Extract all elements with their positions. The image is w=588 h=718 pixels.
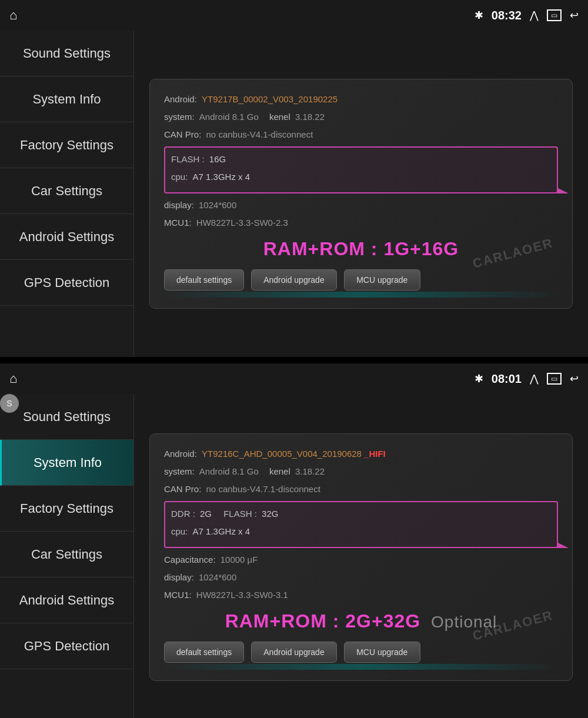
android-upgrade-btn-2[interactable]: Android upgrade xyxy=(251,642,337,663)
android-label-2: Android: xyxy=(164,449,197,459)
highlight-box-2: DDR : 2G FLASH : 32G cpu: A7 1.3GHz x 4 xyxy=(164,501,558,548)
info-card-1: Android: YT9217B_00002_V003_20190225 sys… xyxy=(149,79,573,309)
cpu-row-2: cpu: A7 1.3GHz x 4 xyxy=(171,525,551,539)
screen-body-1: Sound Settings System Info Factory Setti… xyxy=(0,31,588,359)
status-bar-2: ⌂ ✱ 08:01 ⋀ ▭ ↩ xyxy=(0,363,588,394)
system-row-1: system: Android 8.1 Go kenel 3.18.22 xyxy=(164,110,558,124)
btn-row-1: default settings Android upgrade MCU upg… xyxy=(164,269,558,290)
bluetooth-icon-2: ✱ xyxy=(475,372,483,385)
antenna-icon-2: ⋀ xyxy=(530,372,539,385)
android-value-2: YT9216C_AHD_00005_V004_20190628 xyxy=(202,449,362,459)
status-bar-left-2: ⌂ xyxy=(9,371,17,386)
display-row-1: display: 1024*600 xyxy=(164,198,558,212)
status-bar-left-1: ⌂ xyxy=(9,8,17,23)
back-icon-2[interactable]: ↩ xyxy=(570,372,579,385)
home-icon-2[interactable]: ⌂ xyxy=(9,371,17,386)
sidebar-item-system-info-1[interactable]: System Info xyxy=(0,76,133,122)
android-value-1: YT9217B_00002_V003_20190225 xyxy=(202,94,338,104)
bottom-bar-2 xyxy=(164,664,558,670)
android-label-1: Android: xyxy=(164,94,197,104)
default-settings-btn-2[interactable]: default settings xyxy=(164,642,244,663)
sidebar-item-android-settings-2[interactable]: Android Settings xyxy=(0,577,133,623)
mcu-upgrade-btn-2[interactable]: MCU upgrade xyxy=(344,642,420,663)
can-row-1: CAN Pro: no canbus-V4.1-disconnect xyxy=(164,128,558,142)
display-row-2: display: 1024*600 xyxy=(164,570,558,585)
status-bar-1: ⌂ ✱ 08:32 ⋀ ▭ ↩ xyxy=(0,0,588,31)
main-content-2: Android: YT9216C_AHD_00005_V004_20190628… xyxy=(134,394,588,718)
status-bar-right-1: ✱ 08:32 ⋀ ▭ ↩ xyxy=(475,9,579,22)
system-row-2: system: Android 8.1 Go kenel 3.18.22 xyxy=(164,465,558,479)
status-bar-right-2: ✱ 08:01 ⋀ ▭ ↩ xyxy=(475,372,579,386)
status-time-1: 08:32 xyxy=(492,9,522,22)
sidebar-item-car-settings-1[interactable]: Car Settings xyxy=(0,168,133,214)
main-content-1: Android: YT9217B_00002_V003_20190225 sys… xyxy=(134,31,588,357)
back-icon[interactable]: ↩ xyxy=(570,9,579,22)
device-screen-2: ⌂ ✱ 08:01 ⋀ ▭ ↩ S Sound Settings System … xyxy=(0,363,588,718)
sidebar-item-sound-settings-1[interactable]: Sound Settings xyxy=(0,31,133,76)
capacitance-row-2: Capacitance: 10000 μF xyxy=(164,553,558,567)
sidebar-item-car-settings-2[interactable]: Car Settings xyxy=(0,532,133,577)
ddr-flash-row-2: DDR : 2G FLASH : 32G xyxy=(171,507,551,521)
sidebar-item-system-info-2[interactable]: System Info xyxy=(0,440,133,486)
screen-divider xyxy=(0,359,588,363)
bottom-bar-1 xyxy=(164,292,558,298)
btn-row-2: default settings Android upgrade MCU upg… xyxy=(164,642,558,663)
mcu-upgrade-btn-1[interactable]: MCU upgrade xyxy=(344,269,420,290)
cpu-row-1: cpu: A7 1.3GHz x 4 xyxy=(171,170,551,184)
highlight-box-1: FLASH : 16G cpu: A7 1.3GHz x 4 xyxy=(164,146,558,193)
android-row-2: Android: YT9216C_AHD_00005_V004_20190628… xyxy=(164,447,558,461)
screen-body-2: S Sound Settings System Info Factory Set… xyxy=(0,394,588,718)
sound-icon-badge: S xyxy=(0,394,19,413)
sidebar-2: S Sound Settings System Info Factory Set… xyxy=(0,394,134,718)
device-screen-1: ⌂ ✱ 08:32 ⋀ ▭ ↩ Sound Settings System In… xyxy=(0,0,588,359)
sidebar-item-android-settings-1[interactable]: Android Settings xyxy=(0,214,133,260)
mcu-row-1: MCU1: HW8227L-3.3-SW0-2.3 xyxy=(164,216,558,230)
sidebar-item-factory-settings-1[interactable]: Factory Settings xyxy=(0,122,133,168)
sidebar-item-factory-settings-2[interactable]: Factory Settings xyxy=(0,486,133,532)
info-card-2: Android: YT9216C_AHD_00005_V004_20190628… xyxy=(149,433,573,681)
mcu-row-2: MCU1: HW8227L-3.3-SW0-3.1 xyxy=(164,588,558,602)
sidebar-1: Sound Settings System Info Factory Setti… xyxy=(0,31,134,357)
android-upgrade-btn-1[interactable]: Android upgrade xyxy=(251,269,337,290)
sidebar-item-sound-settings-2[interactable]: S Sound Settings xyxy=(0,394,133,440)
sidebar-item-gps-detection-1[interactable]: GPS Detection xyxy=(0,260,133,306)
ram-rom-2: RAM+ROM : 2G+32G Optional xyxy=(164,610,558,632)
window-icon-2: ▭ xyxy=(547,373,562,385)
android-row-1: Android: YT9217B_00002_V003_20190225 xyxy=(164,92,558,106)
antenna-icon: ⋀ xyxy=(530,9,539,22)
sidebar-item-gps-detection-2[interactable]: GPS Detection xyxy=(0,623,133,669)
status-time-2: 08:01 xyxy=(492,372,522,386)
can-row-2: CAN Pro: no canbus-V4.7.1-disconnect xyxy=(164,482,558,496)
window-icon: ▭ xyxy=(547,9,562,21)
ram-rom-1: RAM+ROM : 1G+16G xyxy=(164,238,558,260)
flash-row-1: FLASH : 16G xyxy=(171,152,551,166)
default-settings-btn-1[interactable]: default settings xyxy=(164,269,244,290)
hifi-tag: _HIFI xyxy=(364,449,386,459)
bluetooth-icon: ✱ xyxy=(475,9,483,22)
home-icon[interactable]: ⌂ xyxy=(9,8,17,23)
